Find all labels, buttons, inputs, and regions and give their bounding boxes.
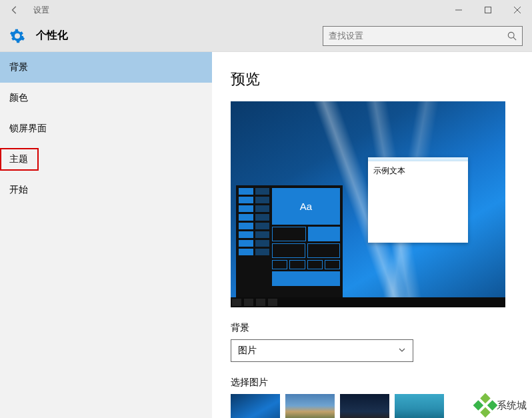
gear-icon	[9, 28, 25, 44]
minimize-button[interactable]	[444, 0, 473, 20]
sidebar: 背景 颜色 锁屏界面 主题 开始	[0, 52, 212, 418]
close-icon	[514, 7, 521, 13]
page-header: 个性化	[0, 20, 532, 52]
picture-thumbnails	[231, 394, 512, 418]
picture-thumb-2[interactable]	[285, 394, 335, 418]
preview-heading: 预览	[231, 69, 512, 89]
sidebar-item-start[interactable]: 开始	[0, 175, 212, 205]
window-titlebar: 设置	[0, 0, 532, 20]
window-title: 设置	[33, 5, 49, 16]
choose-picture-label: 选择图片	[231, 377, 512, 389]
svg-rect-1	[485, 7, 491, 13]
page-title: 个性化	[36, 29, 323, 43]
taskbar-preview	[231, 297, 505, 307]
search-box[interactable]	[323, 26, 523, 46]
dropdown-value: 图片	[238, 345, 257, 357]
picture-thumb-3[interactable]	[340, 394, 389, 418]
search-icon	[507, 31, 517, 41]
maximize-button[interactable]	[473, 0, 503, 20]
minimize-icon	[455, 7, 462, 13]
picture-thumb-4[interactable]	[395, 394, 444, 418]
background-section-label: 背景	[231, 322, 512, 334]
maximize-icon	[485, 7, 491, 13]
svg-line-6	[513, 37, 516, 40]
back-button[interactable]	[3, 0, 27, 20]
picture-thumb-1[interactable]	[231, 394, 280, 418]
sidebar-item-themes[interactable]: 主题	[0, 148, 39, 171]
back-arrow-icon	[10, 5, 19, 15]
watermark: 系统城	[477, 397, 527, 414]
svg-point-5	[508, 32, 514, 38]
close-button[interactable]	[503, 0, 532, 20]
search-input[interactable]	[329, 31, 507, 41]
start-menu-preview: Aa	[236, 185, 343, 297]
tile-aa: Aa	[272, 188, 340, 225]
sidebar-item-background[interactable]: 背景	[0, 52, 212, 83]
background-type-dropdown[interactable]: 图片	[231, 339, 413, 362]
svg-point-4	[15, 33, 19, 37]
desktop-preview: Aa 示例文本	[231, 101, 505, 307]
watermark-text: 系统城	[497, 399, 527, 412]
sidebar-item-lockscreen[interactable]: 锁屏界面	[0, 113, 212, 144]
sample-window: 示例文本	[368, 157, 468, 243]
sidebar-item-colors[interactable]: 颜色	[0, 83, 212, 113]
main-content: 预览 Aa	[212, 52, 532, 418]
chevron-down-icon	[398, 345, 406, 356]
watermark-logo-icon	[473, 393, 498, 418]
sample-window-text: 示例文本	[368, 161, 468, 181]
